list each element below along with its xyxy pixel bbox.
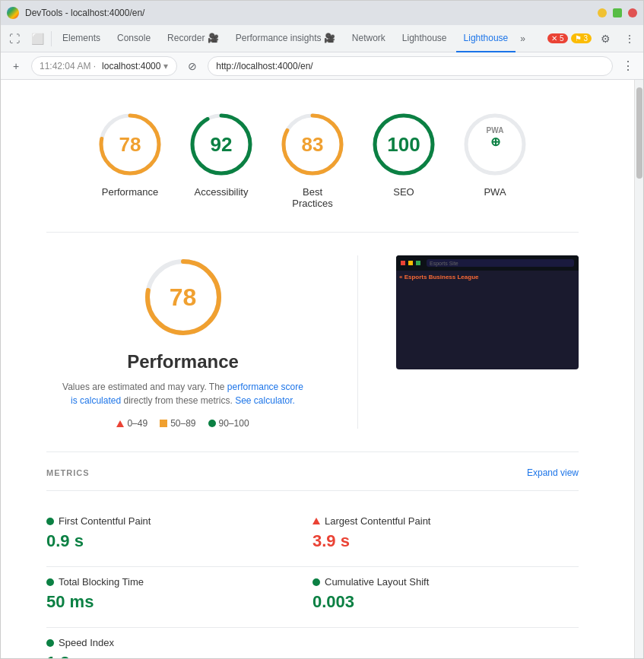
metric-fcp: First Contentful Paint 0.9 s [46, 506, 312, 567]
tab-sources[interactable]: Network [344, 25, 393, 52]
mobile-icon[interactable]: ⬜ [27, 28, 48, 49]
perf-big-circle-container: 78 [141, 255, 225, 339]
tab-recorder[interactable]: Recorder 🎥 [160, 25, 227, 52]
main-content: 78 Performance 92 Accessi [1, 80, 643, 658]
section-divider [357, 255, 358, 429]
toolbar-divider-1 [51, 31, 52, 46]
metric-si-value: 1.2 s [46, 653, 312, 658]
metric-si-name: Speed Index [46, 637, 312, 648]
expand-view-button[interactable]: Expand view [527, 467, 579, 478]
metric-si-indicator [46, 639, 54, 647]
devtools-toolbar: ⛶ ⬜ Elements Console Recorder 🎥 Performa… [1, 25, 643, 52]
url-host: localhost:4000 [102, 61, 160, 71]
new-tab-button[interactable]: + [7, 57, 25, 75]
lighthouse-content: 78 Performance 92 Accessi [1, 80, 624, 658]
score-pwa: PWA ⊕ PWA [461, 110, 529, 209]
metric-cls: Cumulative Layout Shift 0.003 [312, 567, 579, 628]
scrollbar-thumb[interactable] [636, 87, 642, 179]
site-screenshot: Esports Site « Esports Business League [396, 255, 579, 369]
see-calculator-link[interactable]: See calculator. [235, 395, 295, 406]
tab-performance[interactable]: Performance insights 🎥 [228, 25, 343, 52]
accessibility-circle: 92 [187, 110, 255, 179]
metric-tbt-value: 50 ms [46, 592, 312, 612]
performance-right: Esports Site « Esports Business League [396, 255, 579, 429]
score-seo: 100 SEO [370, 110, 438, 209]
cursor-icon[interactable]: ⛶ [4, 28, 25, 49]
metric-lcp-name: Largest Contentful Paint [312, 515, 579, 527]
legend-fail-label: 0–49 [127, 418, 148, 429]
url-container: 11:42:04 AM · localhost:4000 ▾ [31, 56, 177, 76]
tab-elements[interactable]: Elements [55, 25, 108, 52]
settings-icon[interactable]: ⚙ [595, 28, 616, 49]
error-badge[interactable]: ✕ 5 [547, 33, 567, 43]
performance-circle: 78 [96, 110, 164, 179]
lighthouse-panel: 78 Performance 92 Accessi [1, 80, 634, 658]
pwa-circle: PWA ⊕ [461, 110, 529, 179]
toolbar-right: ✕ 5 ⚑ 3 ⚙ ⋮ [544, 28, 640, 49]
metric-tbt-name: Total Blocking Time [46, 576, 312, 588]
performance-description: Values are estimated and may vary. The p… [46, 380, 319, 407]
perf-big-circle: 78 [46, 255, 319, 339]
favicon [7, 7, 19, 19]
accessibility-score: 92 [211, 133, 233, 157]
metrics-divider [46, 490, 579, 491]
pwa-score-label: PWA [484, 186, 506, 198]
devtools-window: DevTools - localhost:4000/en/ − □ × ⛶ ⬜ … [0, 0, 644, 659]
minimize-button[interactable]: − [598, 8, 607, 17]
tab-lighthouse[interactable]: Lighthouse [456, 25, 516, 52]
score-performance: 78 Performance [96, 110, 164, 209]
metrics-header: METRICS Expand view [46, 467, 579, 478]
full-url: http://localhost:4000/en/ [216, 61, 312, 71]
metrics-section: METRICS Expand view First Contentful Pai… [46, 452, 579, 658]
best-practices-label: BestPractices [292, 186, 332, 209]
screenshot-body: « Esports Business League CS:GO Strategy… [396, 271, 579, 287]
close-button[interactable]: × [628, 8, 637, 17]
metric-cls-indicator [312, 578, 320, 586]
window-controls: − □ × [598, 8, 637, 17]
legend-pass: 90–100 [208, 418, 249, 429]
url-time: 11:42:04 AM · [40, 61, 96, 71]
metric-lcp-indicator [312, 518, 320, 524]
tab-network[interactable]: Lighthouse [395, 25, 455, 52]
metric-cls-value: 0.003 [312, 592, 579, 612]
scrollbar-track[interactable] [634, 80, 643, 658]
metrics-title: METRICS [46, 468, 90, 477]
stop-button[interactable]: ⊘ [183, 57, 201, 75]
url-bar: + 11:42:04 AM · localhost:4000 ▾ ⊘ http:… [1, 52, 643, 80]
metric-tbt: Total Blocking Time 50 ms [46, 567, 312, 628]
metric-fcp-value: 0.9 s [46, 531, 312, 551]
score-legend: 0–49 50–89 90–100 [46, 418, 319, 429]
performance-section: 78 Performance Values are estimated and … [46, 233, 579, 452]
url-dropdown[interactable]: ▾ [163, 61, 168, 71]
window-title: DevTools - localhost:4000/en/ [25, 8, 592, 18]
legend-dot-icon [208, 420, 216, 427]
metric-cls-name: Cumulative Layout Shift [312, 576, 579, 588]
full-url-container[interactable]: http://localhost:4000/en/ [208, 56, 613, 76]
pwa-label: PWA ⊕ [487, 126, 504, 149]
best-practices-circle: 83 [278, 110, 347, 179]
perf-big-score: 78 [170, 284, 197, 312]
url-more-button[interactable]: ⋮ [619, 57, 637, 75]
best-practices-score: 83 [302, 133, 324, 157]
legend-pass-label: 90–100 [219, 418, 249, 429]
tab-console[interactable]: Console [109, 25, 158, 52]
metric-fcp-indicator [46, 518, 54, 525]
error-badges: ✕ 5 ⚑ 3 [547, 33, 592, 43]
maximize-button[interactable]: □ [613, 8, 622, 17]
seo-label: SEO [393, 186, 414, 198]
metric-si: Speed Index 1.2 s [46, 628, 312, 658]
legend-square-icon [160, 420, 167, 427]
metric-tbt-indicator [46, 578, 54, 586]
seo-score: 100 [387, 133, 420, 157]
metric-lcp-value: 3.9 s [312, 531, 579, 551]
more-options-icon[interactable]: ⋮ [619, 28, 640, 49]
scores-section: 78 Performance 92 Accessi [46, 95, 579, 233]
score-best-practices: 83 BestPractices [278, 110, 347, 209]
metric-lcp: Largest Contentful Paint 3.9 s [312, 506, 579, 567]
warning-badge[interactable]: ⚑ 3 [571, 33, 592, 43]
seo-circle: 100 [370, 110, 438, 179]
screenshot-url: Esports Site [430, 261, 458, 266]
metric-fcp-name: First Contentful Paint [46, 515, 312, 527]
tab-more[interactable]: » [517, 33, 528, 44]
screenshot-title: « Esports Business League [399, 274, 576, 280]
